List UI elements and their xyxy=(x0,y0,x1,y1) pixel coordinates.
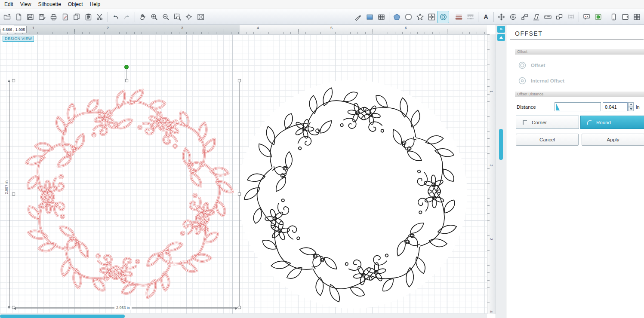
selection-bounding-box[interactable] xyxy=(14,81,240,308)
horizontal-scrollbar-thumb[interactable] xyxy=(0,315,125,318)
distance-unit-label: in xyxy=(636,104,640,110)
menu-bar: Edit View Silhouette Object Help xyxy=(0,0,644,9)
drag-zoom-button[interactable] xyxy=(183,11,195,23)
offset-tool-button[interactable] xyxy=(438,11,449,23)
selection-handle-se[interactable] xyxy=(238,306,241,309)
selection-height-label: 2.997 in xyxy=(4,179,9,196)
offset-option-label: Offset xyxy=(531,63,545,68)
draw-ornament-button[interactable] xyxy=(426,11,438,23)
phone-view-button[interactable] xyxy=(608,11,619,23)
text-icon: A xyxy=(482,13,490,21)
send-to-silhouette-button[interactable] xyxy=(592,11,604,23)
transform-button[interactable] xyxy=(519,11,530,23)
undo-icon xyxy=(111,13,120,21)
shear-button[interactable] xyxy=(530,11,542,23)
line-style-button[interactable] xyxy=(465,11,476,23)
offset-distance-input[interactable] xyxy=(603,102,628,111)
preview-button[interactable] xyxy=(581,11,592,23)
internal-offset-option[interactable]: Internal Offset xyxy=(518,76,564,86)
internal-offset-option-icon xyxy=(518,76,527,86)
scissors-icon xyxy=(96,13,104,21)
zoom-in-button[interactable] xyxy=(148,11,160,23)
offset-distance-section-header: Offset Distance xyxy=(515,92,644,97)
grid-view-button[interactable] xyxy=(631,11,643,23)
draw-star-button[interactable] xyxy=(414,11,426,23)
toolbar-separator xyxy=(389,12,389,22)
fill-pattern-button[interactable] xyxy=(376,11,387,23)
selection-width-label: 2.953 in xyxy=(114,306,132,310)
slider-thumb[interactable] xyxy=(556,104,560,110)
menu-silhouette[interactable]: Silhouette xyxy=(34,0,64,9)
redo-button[interactable] xyxy=(121,11,133,23)
save-as-button[interactable] xyxy=(36,11,48,23)
selection-handle-ne[interactable] xyxy=(238,79,241,82)
cancel-button[interactable]: Cancel xyxy=(516,134,579,146)
selection-handle-w[interactable] xyxy=(12,193,15,196)
draw-pentagon-button[interactable] xyxy=(391,11,403,23)
rotation-handle[interactable] xyxy=(124,65,129,69)
eyedropper-icon xyxy=(354,13,362,21)
hand-icon xyxy=(139,13,147,21)
spinner-up-button[interactable] xyxy=(628,102,634,107)
trace-button[interactable] xyxy=(565,11,577,23)
rotate-button[interactable] xyxy=(507,11,519,23)
menu-view[interactable]: View xyxy=(17,0,35,9)
line-weight-button[interactable] xyxy=(453,11,465,23)
send-to-silhouette-icon xyxy=(594,13,602,21)
eyedropper-button[interactable] xyxy=(352,11,364,23)
selection-handle-e[interactable] xyxy=(238,193,241,196)
copy-button[interactable] xyxy=(71,11,83,23)
save-as-icon xyxy=(38,13,46,21)
zoom-out-icon xyxy=(162,13,170,21)
offset-distance-slider[interactable] xyxy=(555,102,601,111)
distance-label: Distance xyxy=(517,104,536,110)
grid-view-icon xyxy=(633,13,641,21)
tablet-icon xyxy=(621,13,629,21)
offset-option[interactable]: Offset xyxy=(518,60,545,70)
redo-icon xyxy=(123,13,131,21)
round-button[interactable]: Round xyxy=(580,116,644,129)
text-tool-button[interactable]: A xyxy=(480,11,492,23)
zoom-out-button[interactable] xyxy=(160,11,172,23)
print-button[interactable] xyxy=(48,11,59,23)
round-corner-icon xyxy=(586,119,592,125)
selection-handle-n[interactable] xyxy=(125,79,128,82)
cut-settings-button[interactable] xyxy=(59,11,71,23)
toolbar-separator xyxy=(108,12,108,22)
ruler-icon xyxy=(544,13,552,21)
horizontal-scrollbar[interactable] xyxy=(0,314,487,318)
paste-button[interactable] xyxy=(83,11,94,23)
menu-object[interactable]: Object xyxy=(65,0,86,9)
pan-button[interactable] xyxy=(137,11,148,23)
design-canvas[interactable]: 2.997 in 2.953 in xyxy=(0,34,487,314)
cut-button[interactable] xyxy=(94,11,106,23)
shear-icon xyxy=(532,13,540,21)
save-button[interactable] xyxy=(25,11,36,23)
ruler-mark: 5 xyxy=(330,26,333,30)
toolbar-separator xyxy=(451,12,451,22)
open-button[interactable] xyxy=(1,11,13,23)
undo-button[interactable] xyxy=(110,11,121,23)
fill-color-button[interactable] xyxy=(364,11,376,23)
vertical-scrollbar-thumb[interactable] xyxy=(499,129,503,160)
tablet-view-button[interactable] xyxy=(619,11,631,23)
corner-button[interactable]: Corner xyxy=(516,116,579,129)
spinner-down-button[interactable] xyxy=(628,107,634,112)
replicate-button[interactable] xyxy=(554,11,565,23)
new-document-button[interactable] xyxy=(13,11,25,23)
draw-polygon-button[interactable] xyxy=(403,11,414,23)
measure-button[interactable] xyxy=(542,11,554,23)
move-button[interactable] xyxy=(496,11,507,23)
fit-to-page-button[interactable] xyxy=(195,11,206,23)
transform-icon xyxy=(521,13,529,21)
scroll-up-button[interactable] xyxy=(497,34,505,41)
zoom-selection-button[interactable] xyxy=(172,11,183,23)
ruler-mark: 6 xyxy=(405,26,407,30)
svg-text:A: A xyxy=(484,13,488,20)
menu-edit[interactable]: Edit xyxy=(1,0,17,9)
selection-handle-nw[interactable] xyxy=(12,79,15,82)
panel-expand-button[interactable]: » xyxy=(497,26,505,33)
menu-help[interactable]: Help xyxy=(86,0,104,9)
apply-button[interactable]: Apply xyxy=(582,134,644,146)
panel-title: OFFSET xyxy=(515,30,542,37)
